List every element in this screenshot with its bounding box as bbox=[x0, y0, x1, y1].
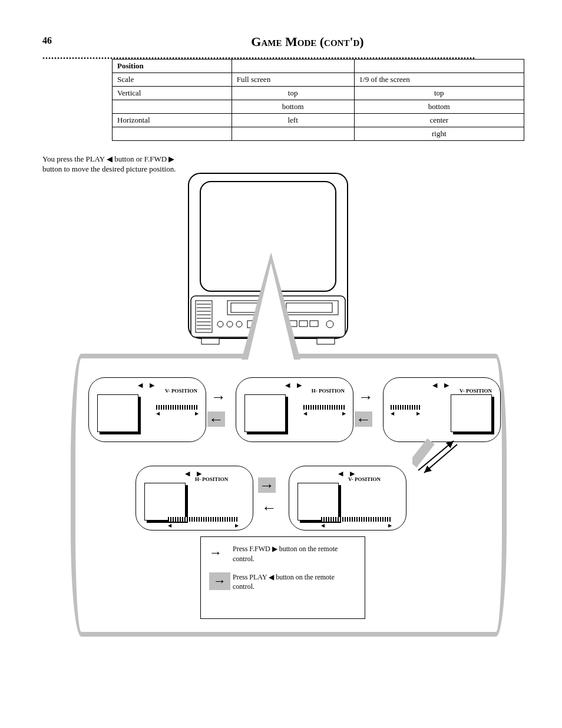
svg-rect-28 bbox=[412, 439, 435, 467]
td-ninth: 1/9 of the screen bbox=[354, 73, 524, 87]
th-blank1 bbox=[232, 60, 354, 73]
th-position: Position bbox=[113, 60, 232, 73]
cell5-tris-icon: ◀ ▶ bbox=[289, 470, 406, 477]
instr-1a: You press the PLAY bbox=[42, 154, 107, 163]
legend-play-icon: ◀ bbox=[269, 573, 274, 581]
barrow-r-icon: ▶ bbox=[342, 411, 346, 416]
td-center: center bbox=[354, 114, 524, 127]
barrow-r-icon: ▶ bbox=[235, 523, 239, 528]
legend-arrow-ffwd-icon: → bbox=[209, 544, 233, 562]
legend-ffwd-icon: ▶ bbox=[272, 545, 277, 553]
td-scale: Scale bbox=[113, 73, 232, 87]
svg-rect-22 bbox=[310, 321, 318, 327]
position-table: Position Scale Full screen 1/9 of the sc… bbox=[112, 59, 524, 141]
cell2-label: H- POSITION bbox=[312, 388, 345, 394]
barrow-l-icon: ◀ bbox=[321, 523, 325, 528]
cell4-bar-arrows: ◀ ▶ bbox=[168, 523, 239, 528]
td-left: left bbox=[232, 114, 354, 127]
legend-line2: Press PLAY ◀ button on the remote contro… bbox=[233, 572, 356, 592]
legend-line1: Press F.FWD ▶ button on the remote contr… bbox=[233, 544, 356, 564]
cell3-mini bbox=[451, 394, 492, 432]
td-vert: Vertical bbox=[113, 87, 232, 100]
cell4-tris-icon: ◀ ▶ bbox=[136, 470, 253, 477]
arrow-r2: → bbox=[358, 389, 373, 404]
cell-2: ◀ ▶ H- POSITION ◀ ▶ bbox=[236, 377, 353, 442]
td-horiz: Horizontal bbox=[113, 114, 232, 127]
barrow-r-icon: ▶ bbox=[195, 411, 199, 416]
td-bottom2: bottom bbox=[354, 100, 524, 114]
cell3-bar bbox=[391, 405, 420, 410]
cell5-bar bbox=[321, 517, 392, 522]
cell1-mini bbox=[97, 394, 138, 432]
arrow-l3: ← bbox=[262, 500, 277, 515]
svg-rect-3 bbox=[196, 301, 212, 332]
cell1-bar-arrows: ◀ ▶ bbox=[156, 411, 199, 416]
td-top2: top bbox=[354, 87, 524, 100]
cell3-bar-arrows: ◀ ▶ bbox=[391, 411, 420, 416]
arrow-l2: ← bbox=[355, 411, 372, 427]
barrow-l-icon: ◀ bbox=[303, 411, 307, 416]
page-title: Game Mode (cont'd) bbox=[88, 34, 527, 50]
cell-3: ◀ ▶ V- POSITION ◀ ▶ bbox=[383, 377, 501, 442]
play-left-icon: ◀ bbox=[107, 154, 113, 163]
barrow-l-icon: ◀ bbox=[391, 411, 394, 416]
svg-rect-25 bbox=[317, 338, 335, 344]
legend-arrow-play-icon: → bbox=[209, 572, 230, 591]
arrow-r3: → bbox=[258, 477, 276, 493]
instruction-text: You press the PLAY ◀ button or F.FWD ▶ b… bbox=[42, 154, 178, 174]
instr-1b: button or F.FWD bbox=[114, 154, 168, 163]
legend-2a: Press PLAY bbox=[233, 573, 269, 581]
cell4-bar bbox=[168, 517, 239, 522]
barrow-l-icon: ◀ bbox=[156, 411, 160, 416]
td-bottom1: bottom bbox=[232, 100, 354, 114]
svg-rect-21 bbox=[299, 321, 308, 327]
cell5-label: V- POSITION bbox=[348, 477, 381, 483]
cell5-mini bbox=[297, 483, 339, 521]
ffwd-right-icon: ▶ bbox=[168, 154, 174, 163]
cell1-label: V- POSITION bbox=[165, 388, 197, 394]
speech-pointer bbox=[242, 252, 300, 360]
cell-4: ◀ ▶ H- POSITION ◀ ▶ bbox=[135, 466, 253, 531]
cell3-label: V- POSITION bbox=[459, 388, 492, 394]
legend-box: → Press F.FWD ▶ button on the remote con… bbox=[200, 536, 365, 619]
cell4-label: H- POSITION bbox=[195, 477, 228, 483]
td-blank bbox=[113, 100, 232, 114]
td-blank2 bbox=[113, 127, 232, 141]
barrow-l-icon: ◀ bbox=[168, 523, 171, 528]
svg-rect-24 bbox=[201, 338, 219, 344]
barrow-r-icon: ▶ bbox=[416, 411, 420, 416]
arrow-r1: → bbox=[211, 389, 226, 404]
arrow-l1: ← bbox=[207, 411, 225, 427]
svg-point-16 bbox=[227, 321, 233, 327]
barrow-r-icon: ▶ bbox=[388, 523, 392, 528]
cell-1: ◀ ▶ V- POSITION ◀ ▶ bbox=[88, 377, 206, 442]
legend-1a: Press F.FWD bbox=[233, 545, 272, 553]
diag-arrows bbox=[412, 436, 465, 480]
cell4-mini bbox=[144, 483, 186, 521]
td-right: right bbox=[354, 127, 524, 141]
cell1-bar bbox=[156, 405, 199, 410]
cell5-bar-arrows: ◀ ▶ bbox=[321, 523, 392, 528]
td-blank3 bbox=[232, 127, 354, 141]
page-number: 46 bbox=[42, 35, 52, 46]
cell2-bar-arrows: ◀ ▶ bbox=[303, 411, 346, 416]
cell2-mini bbox=[244, 394, 286, 432]
svg-point-15 bbox=[217, 321, 223, 327]
instr-1c: button to move the desired picture posit… bbox=[42, 164, 176, 173]
td-top1: top bbox=[232, 87, 354, 100]
td-fullscreen: Full screen bbox=[232, 73, 354, 87]
th-blank2 bbox=[354, 60, 524, 73]
svg-point-23 bbox=[326, 321, 333, 328]
cell2-bar bbox=[303, 405, 346, 410]
cell-5: ◀ ▶ V- POSITION ◀ ▶ bbox=[289, 466, 406, 531]
